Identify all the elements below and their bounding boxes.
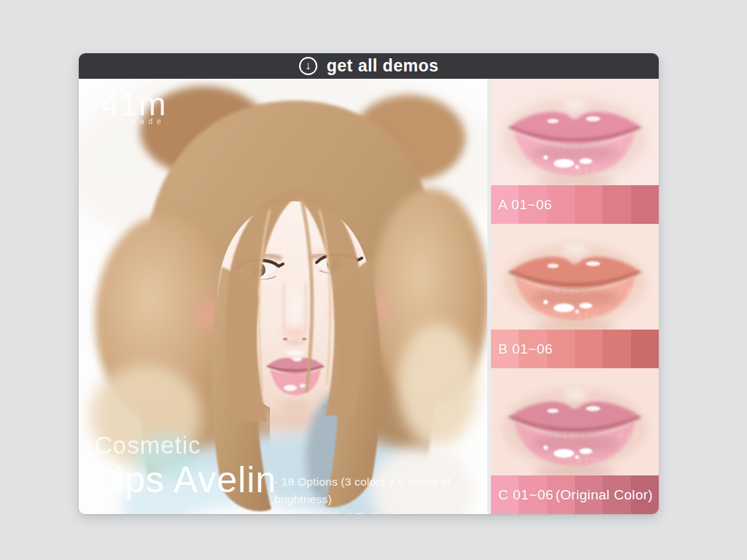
lip-illustration-c [491, 368, 659, 475]
swatch-row-c: C 01~06 (Original Color) [491, 475, 659, 514]
product-details: - 18 Options (3 colors x 6 levels of bri… [274, 473, 487, 514]
product-name: Lips Avelin [95, 461, 276, 499]
swatch-row-a: A 01~06 [491, 185, 659, 224]
swatch-note-original-color: (Original Color) [555, 487, 653, 503]
swatch-cell [575, 185, 603, 224]
brand-logo: 41m made [101, 88, 167, 125]
get-all-demos-button[interactable]: ↓ get all demos [79, 53, 659, 79]
swatch-label-c: C 01~06 [498, 487, 554, 503]
swatch-cell [603, 330, 630, 368]
portrait-panel: 41m made Cosmetic Lips Avelin - 18 Optio… [79, 79, 487, 514]
swatch-label-a: A 01~06 [498, 197, 552, 213]
swatch-label-b: B 01~06 [498, 341, 553, 357]
lip-preview-b: 41m 41m 41m 41m41m 41m 41m 41m 41m 41m 4… [491, 224, 659, 330]
swatch-section-c: 41m 41m 41m 41m41m 41m 41m 41m 41m 41m 4… [491, 368, 659, 514]
brand-name: 41m [101, 88, 167, 120]
lip-illustration-b [491, 224, 659, 330]
brand-sub: made [101, 118, 167, 125]
swatch-row-b: B 01~06 [491, 330, 659, 368]
download-icon[interactable]: ↓ [299, 57, 317, 75]
card-content: 41m made Cosmetic Lips Avelin - 18 Optio… [79, 79, 659, 514]
detail-line: - 18 Options (3 colors x 6 levels of bri… [274, 473, 487, 508]
promo-card: ↓ get all demos [79, 53, 659, 514]
product-title-block: Cosmetic Lips Avelin [95, 433, 276, 499]
product-category: Cosmetic [95, 433, 276, 458]
page-background: { "colors": { "page_bg": "#e1e2e4", "car… [0, 0, 747, 560]
swatch-cell [631, 330, 659, 368]
swatch-section-b: 41m 41m 41m 41m41m 41m 41m 41m 41m 41m 4… [491, 224, 659, 368]
detail-line: - Catwa/AK/Lel EVOX BOM Layers [274, 508, 487, 514]
swatch-section-a: 41m 41m 41m 41m41m 41m 41m 41m 41m 41m 4… [491, 79, 659, 224]
swatch-cell [631, 185, 659, 224]
get-all-demos-label: get all demos [327, 56, 438, 76]
swatch-cell [603, 185, 630, 224]
lip-illustration-a [491, 79, 659, 185]
swatch-cell [575, 330, 603, 368]
swatch-panel: 41m 41m 41m 41m41m 41m 41m 41m 41m 41m 4… [491, 79, 659, 514]
lip-preview-a: 41m 41m 41m 41m41m 41m 41m 41m 41m 41m 4… [491, 79, 659, 185]
lip-preview-c: 41m 41m 41m 41m41m 41m 41m 41m 41m 41m 4… [491, 368, 659, 475]
